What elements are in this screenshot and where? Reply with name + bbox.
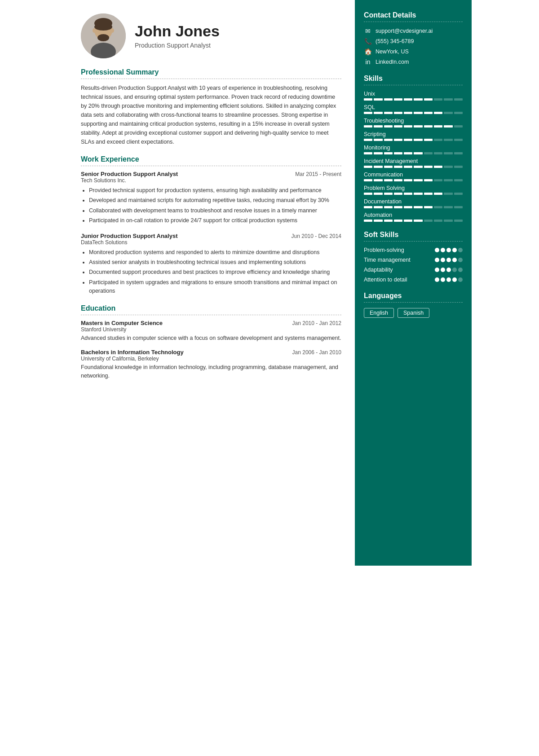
soft-skill-item: Attention to detail	[364, 277, 463, 283]
language-tag: English	[364, 308, 394, 318]
skill-segment	[454, 220, 463, 222]
contact-value: NewYork, US	[376, 48, 409, 55]
skill-segment	[414, 193, 422, 195]
skill-segment	[434, 179, 442, 181]
skill-segment	[414, 166, 422, 168]
job-header: Senior Production Support Analyst Mar 20…	[81, 171, 341, 177]
contact-value: (555) 345-6789	[376, 38, 414, 44]
skill-segment	[384, 193, 393, 195]
skill-segment	[424, 139, 433, 141]
soft-skill-dot	[441, 248, 445, 252]
contact-divider	[364, 22, 463, 22]
contact-item: in LinkedIn.com	[364, 58, 463, 66]
skill-segment	[384, 166, 393, 168]
edu-degree: Bachelors in Information Technology	[81, 349, 184, 356]
svg-point-4	[94, 23, 112, 31]
skill-segment	[404, 166, 412, 168]
edu-date: Jan 2010 - Jan 2012	[292, 320, 341, 326]
skill-segment	[434, 112, 442, 114]
skill-segment	[404, 220, 412, 222]
skill-name: Scripting	[364, 131, 463, 137]
skill-segment	[444, 220, 452, 222]
skill-segment	[364, 179, 372, 181]
soft-skill-dot	[446, 277, 451, 282]
skill-segment	[424, 206, 433, 208]
job-title: Junior Production Support Analyst	[81, 233, 177, 239]
work-experience-title: Work Experience	[81, 155, 341, 163]
skill-segment	[424, 166, 433, 168]
contact-item: ✉ support@cvdesigner.ai	[364, 27, 463, 35]
soft-skill-dot	[452, 277, 457, 282]
soft-skill-name: Attention to detail	[364, 277, 407, 283]
job-date: Jun 2010 - Dec 2014	[292, 233, 341, 239]
skill-name: Communication	[364, 171, 463, 178]
languages-divider	[364, 302, 463, 303]
skill-segment	[404, 125, 412, 127]
skill-name: Troubleshooting	[364, 118, 463, 124]
skill-segment	[374, 98, 382, 101]
skill-name: Monitoring	[364, 145, 463, 151]
skill-segment	[414, 152, 422, 154]
skill-segment	[454, 166, 463, 168]
skill-name: Documentation	[364, 198, 463, 205]
skill-segment	[414, 220, 422, 222]
skill-segment	[394, 166, 402, 168]
skill-segment	[384, 220, 393, 222]
soft-skill-name: Time management	[364, 257, 411, 263]
job-item: Senior Production Support Analyst Mar 20…	[81, 171, 341, 225]
skill-segment	[404, 152, 412, 154]
skill-segment	[394, 112, 402, 114]
skill-bar	[364, 98, 463, 101]
skill-segment	[424, 112, 433, 114]
languages-section: Languages EnglishSpanish	[364, 292, 463, 318]
skill-segment	[424, 179, 433, 181]
skill-item: Automation	[364, 212, 463, 222]
skill-segment	[414, 98, 422, 101]
soft-skill-dot	[458, 268, 463, 272]
skill-segment	[444, 125, 452, 127]
contact-section: Contact Details ✉ support@cvdesigner.ai …	[364, 11, 463, 66]
soft-skill-dot	[458, 277, 463, 282]
soft-skill-dot	[441, 258, 445, 262]
skill-segment	[384, 139, 393, 141]
skill-segment	[454, 193, 463, 195]
soft-skill-dot	[435, 258, 439, 262]
contact-container: ✉ support@cvdesigner.ai 📞 (555) 345-6789…	[364, 27, 463, 66]
skill-segment	[454, 139, 463, 141]
skill-segment	[414, 139, 422, 141]
soft-skills-section: Soft Skills Problem-solving Time managem…	[364, 231, 463, 283]
soft-skill-dots	[435, 258, 463, 262]
edu-header: Masters in Computer Science Jan 2010 - J…	[81, 320, 341, 326]
edu-desc: Advanced studies in computer science wit…	[81, 334, 341, 343]
skill-segment	[374, 112, 382, 114]
skill-item: Documentation	[364, 198, 463, 208]
job-bullet: Documented support procedures and best p…	[89, 268, 341, 277]
svg-point-6	[93, 28, 96, 33]
contact-value: support@cvdesigner.ai	[376, 28, 433, 34]
skill-name: SQL	[364, 104, 463, 110]
skill-segment	[374, 166, 382, 168]
skill-segment	[364, 166, 372, 168]
skill-segment	[404, 98, 412, 101]
skill-segment	[424, 125, 433, 127]
skill-segment	[374, 179, 382, 181]
skill-segment	[394, 220, 402, 222]
skill-segment	[434, 206, 442, 208]
skill-segment	[434, 139, 442, 141]
skill-segment	[414, 179, 422, 181]
skill-segment	[394, 139, 402, 141]
skill-segment	[394, 206, 402, 208]
soft-skill-dot	[458, 258, 463, 262]
skill-segment	[364, 98, 372, 101]
edu-item: Masters in Computer Science Jan 2010 - J…	[81, 320, 341, 343]
skill-segment	[394, 125, 402, 127]
soft-skill-dot	[435, 248, 439, 252]
job-bullet: Developed and maintained scripts for aut…	[89, 196, 341, 205]
skill-segment	[404, 179, 412, 181]
svg-point-7	[110, 28, 114, 33]
edu-degree: Masters in Computer Science	[81, 320, 163, 326]
soft-skill-name: Adaptability	[364, 267, 393, 273]
languages-title: Languages	[364, 292, 463, 300]
skill-segment	[454, 206, 463, 208]
summary-section: Professional Summary Results-driven Prod…	[81, 68, 341, 146]
